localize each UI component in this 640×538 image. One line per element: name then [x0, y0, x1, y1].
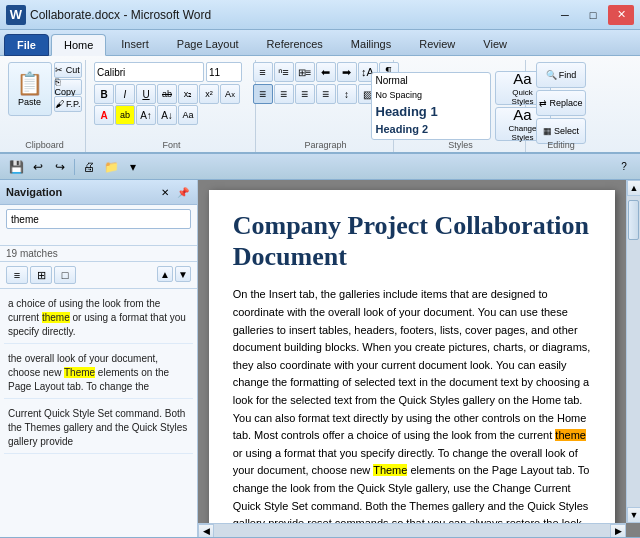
title-bar-controls: ─ □ ✕: [552, 5, 634, 25]
clipboard-small-buttons: ✂ Cut ⎘ Copy 🖌 F.P.: [54, 62, 82, 112]
bold-button[interactable]: B: [94, 84, 114, 104]
format-painter-button[interactable]: 🖌 F.P.: [54, 96, 82, 112]
grow-font-button[interactable]: A↑: [136, 105, 156, 125]
navigation-search-area: ✕: [0, 205, 197, 246]
navigation-controls: ✕ 📌: [157, 184, 191, 200]
tab-references[interactable]: References: [254, 33, 336, 55]
tab-review[interactable]: Review: [406, 33, 468, 55]
close-button[interactable]: ✕: [608, 5, 634, 25]
line-spacing-button[interactable]: ↕: [337, 84, 357, 104]
font-name-input[interactable]: [94, 62, 204, 82]
style-heading1[interactable]: Heading 1: [372, 102, 490, 121]
document-page: Company Project Collaboration Document O…: [209, 190, 616, 537]
font-selects: [94, 62, 242, 82]
quick-access-toolbar: 💾 ↩ ↪ 🖨 📁 ▾ ?: [0, 154, 640, 180]
navigation-close-button[interactable]: ✕: [157, 184, 173, 200]
strikethrough-button[interactable]: ab: [157, 84, 177, 104]
style-heading2[interactable]: Heading 2: [372, 121, 490, 137]
bullets-button[interactable]: ≡: [253, 62, 273, 82]
tab-mailings[interactable]: Mailings: [338, 33, 404, 55]
main-area: Navigation ✕ 📌 ✕ 19 matches ≡ ⊞ □ ▲ ▼ a …: [0, 180, 640, 537]
scroll-thumb[interactable]: [628, 200, 639, 240]
paste-label: Paste: [18, 97, 41, 107]
scroll-down-button[interactable]: ▼: [627, 507, 640, 523]
tab-page-layout[interactable]: Page Layout: [164, 33, 252, 55]
qa-print-button[interactable]: 🖨: [79, 157, 99, 177]
nav-item-3[interactable]: Current Quick Style Set command. Both th…: [4, 403, 193, 454]
navigation-pin-button[interactable]: 📌: [175, 184, 191, 200]
decrease-indent-button[interactable]: ⬅: [316, 62, 336, 82]
find-label: Find: [559, 70, 577, 80]
copy-button[interactable]: ⎘ Copy: [54, 79, 82, 95]
qa-redo-button[interactable]: ↪: [50, 157, 70, 177]
qa-separator: [74, 159, 75, 175]
h-scroll-left-button[interactable]: ◀: [198, 524, 214, 537]
maximize-button[interactable]: □: [580, 5, 606, 25]
nav-item-1-text: a choice of using the look from the curr…: [8, 298, 186, 337]
qa-save-button[interactable]: 💾: [6, 157, 26, 177]
title-bar-left: W Collaborate.docx - Microsoft Word: [6, 5, 211, 25]
paste-button[interactable]: 📋 Paste: [8, 62, 52, 116]
h-scroll-track[interactable]: [214, 524, 610, 537]
font-group-content: B I U ab x₂ x² Ax A ab A↑ A↓ Aa: [94, 62, 249, 150]
clear-format-button[interactable]: Ax: [220, 84, 240, 104]
italic-button[interactable]: I: [115, 84, 135, 104]
change-case-button[interactable]: Aa: [178, 105, 198, 125]
navigation-matches: 19 matches: [0, 246, 197, 262]
replace-button[interactable]: ⇄ Replace: [536, 90, 586, 116]
increase-indent-button[interactable]: ➡: [337, 62, 357, 82]
tab-file[interactable]: File: [4, 34, 49, 56]
align-center-button[interactable]: ≡: [274, 84, 294, 104]
nav-item-1[interactable]: a choice of using the look from the curr…: [4, 293, 193, 344]
tab-home[interactable]: Home: [51, 34, 106, 56]
tab-insert[interactable]: Insert: [108, 33, 162, 55]
document-scroll-area: Company Project Collaboration Document O…: [198, 180, 626, 537]
numbered-button[interactable]: ⁿ≡: [274, 62, 294, 82]
font-color-button[interactable]: A: [94, 105, 114, 125]
nav-view-grid[interactable]: ⊞: [30, 266, 52, 284]
nav-view-page[interactable]: □: [54, 266, 76, 284]
nav-arrow-up[interactable]: ▲: [157, 266, 173, 282]
justify-button[interactable]: ≡: [316, 84, 336, 104]
style-normal[interactable]: Normal: [372, 73, 490, 88]
shrink-font-button[interactable]: A↓: [157, 105, 177, 125]
qa-undo-button[interactable]: ↩: [28, 157, 48, 177]
h-scroll-right-button[interactable]: ▶: [610, 524, 626, 537]
qa-menu-button[interactable]: ▾: [123, 157, 143, 177]
highlight-theme-1: theme: [555, 429, 586, 441]
align-right-button[interactable]: ≡: [295, 84, 315, 104]
nav-view-list[interactable]: ≡: [6, 266, 28, 284]
clipboard-group: 📋 Paste ✂ Cut ⎘ Copy 🖌 F.P. Clipboard: [4, 60, 86, 152]
scroll-track[interactable]: [627, 196, 640, 507]
find-icon: 🔍: [546, 70, 557, 80]
styles-group-content: Normal No Spacing Heading 1 Heading 2 Aa…: [371, 62, 551, 150]
minimize-button[interactable]: ─: [552, 5, 578, 25]
help-button[interactable]: ?: [614, 157, 634, 177]
vertical-scrollbar: ▲ ▼: [626, 180, 640, 523]
font-size-input[interactable]: [206, 62, 242, 82]
cut-button[interactable]: ✂ Cut: [54, 62, 82, 78]
font-label: Font: [88, 140, 255, 150]
nav-arrow-down[interactable]: ▼: [175, 266, 191, 282]
font-buttons: B I U ab x₂ x² Ax A ab A↑ A↓ Aa: [94, 84, 249, 125]
underline-button[interactable]: U: [136, 84, 156, 104]
font-group: B I U ab x₂ x² Ax A ab A↑ A↓ Aa Font: [88, 60, 256, 152]
scroll-up-button[interactable]: ▲: [627, 180, 640, 196]
align-left-button[interactable]: ≡: [253, 84, 273, 104]
qa-open-button[interactable]: 📁: [101, 157, 121, 177]
style-no-spacing[interactable]: No Spacing: [372, 88, 490, 102]
navigation-content: a choice of using the look from the curr…: [0, 289, 197, 537]
highlight-color-button[interactable]: ab: [115, 105, 135, 125]
navigation-panel: Navigation ✕ 📌 ✕ 19 matches ≡ ⊞ □ ▲ ▼ a …: [0, 180, 198, 537]
find-button[interactable]: 🔍 Find: [536, 62, 586, 88]
subscript-button[interactable]: x₂: [178, 84, 198, 104]
ribbon-tabs: File Home Insert Page Layout References …: [0, 30, 640, 56]
multilevel-button[interactable]: ⊞≡: [295, 62, 315, 82]
replace-icon: ⇄: [539, 98, 547, 108]
navigation-search-input[interactable]: [6, 209, 191, 229]
tab-view[interactable]: View: [470, 33, 520, 55]
select-label: Select: [554, 126, 579, 136]
navigation-view-buttons: ≡ ⊞ □ ▲ ▼: [0, 262, 197, 289]
superscript-button[interactable]: x²: [199, 84, 219, 104]
nav-item-2[interactable]: the overall look of your document, choos…: [4, 348, 193, 399]
